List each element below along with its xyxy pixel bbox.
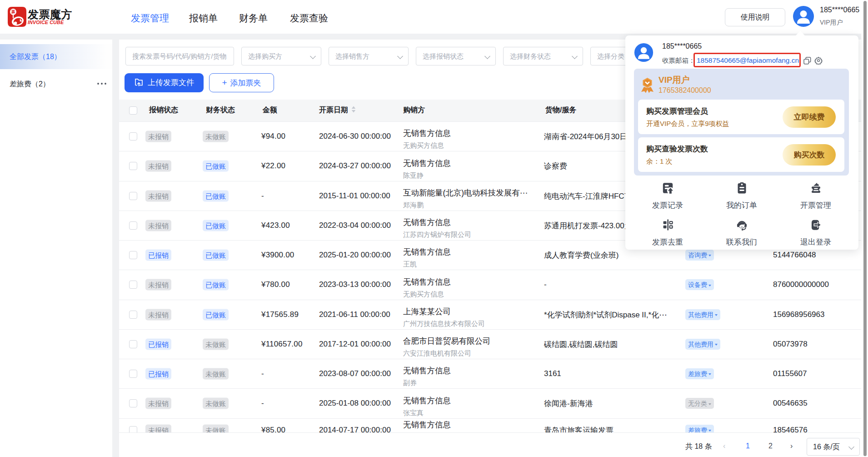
svg-text:票: 票 bbox=[11, 10, 15, 14]
